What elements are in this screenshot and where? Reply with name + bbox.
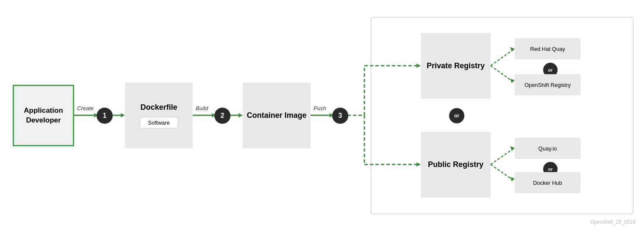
svg-marker-7 xyxy=(239,113,243,117)
docker-hub-box: Docker Hub xyxy=(515,172,580,193)
docker-hub-label: Docker Hub xyxy=(533,180,562,186)
red-hat-quay-box: Red Hat Quay xyxy=(515,38,580,59)
public-registry-label: Public Registry xyxy=(428,159,483,170)
private-registry-node: Private Registry xyxy=(421,33,491,99)
build-label: Build xyxy=(196,105,208,111)
push-label: Push xyxy=(314,105,326,111)
app-developer-node: Application Developer xyxy=(13,85,74,146)
watermark: OpenShift_25_0519 xyxy=(590,219,636,225)
public-registry-node: Public Registry xyxy=(421,132,491,198)
container-image-node: Container Image xyxy=(243,83,311,148)
quay-io-label: Quay.io xyxy=(539,145,557,152)
openshift-registry-label: OpenShift Registry xyxy=(525,82,571,88)
app-developer-label: Application Developer xyxy=(14,106,73,125)
dockerfile-subtitle: Software xyxy=(140,117,178,128)
create-label: Create xyxy=(77,105,94,111)
registries-outer-box xyxy=(371,17,633,214)
red-hat-quay-label: Red Hat Quay xyxy=(530,46,565,52)
private-registry-label: Private Registry xyxy=(427,61,485,71)
openshift-registry-box: OpenShift Registry xyxy=(515,74,580,95)
dockerfile-node: Dockerfile Software xyxy=(125,83,193,148)
dockerfile-title: Dockerfile xyxy=(140,103,177,112)
svg-marker-3 xyxy=(121,113,125,117)
step-2-circle: 2 xyxy=(214,108,230,124)
or-circle-registries: or xyxy=(449,108,464,123)
quay-io-box: Quay.io xyxy=(515,138,580,159)
container-image-label: Container Image xyxy=(247,110,306,121)
diagram-container: Application Developer Create 1 Dockerfil… xyxy=(0,0,644,231)
step-3-circle: 3 xyxy=(332,108,348,124)
step-1-circle: 1 xyxy=(97,108,113,124)
